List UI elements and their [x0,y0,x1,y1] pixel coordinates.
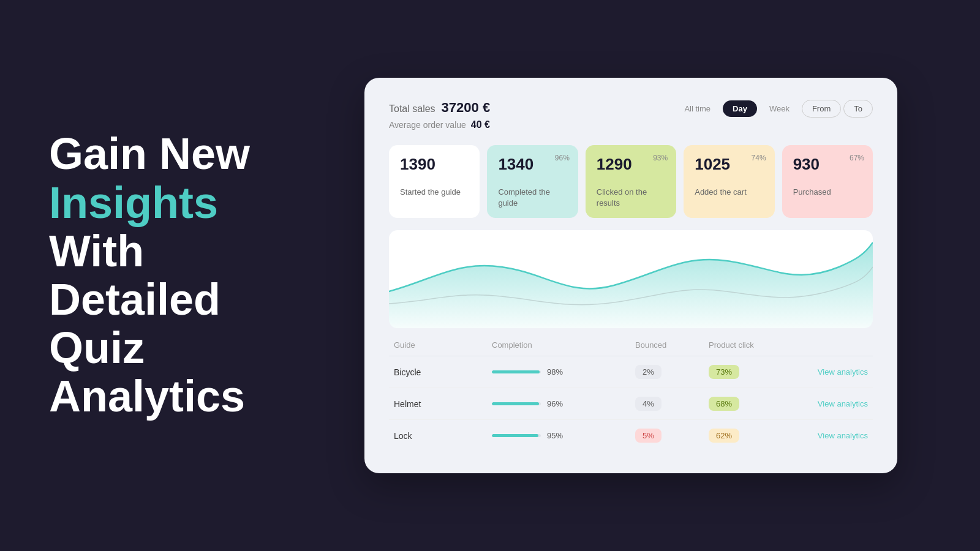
stat-card-started: 1390 Started the guide [389,145,480,218]
product-click-cell-bicycle: 73% [709,365,782,379]
dashboard-header: Total sales 37200 € Average order value … [389,100,873,130]
table-header: Guide Completion Bounced Product click [389,340,873,356]
stat-label-clicked: Clicked on the results [597,187,647,208]
filter-from[interactable]: From [802,100,841,118]
product-click-cell-lock: 62% [709,429,782,443]
left-panel: Gain New Insights With Detailed Quiz Ana… [0,93,294,457]
bounced-badge-bicycle: 2% [635,365,662,379]
stat-percent-clicked: 93% [653,154,668,162]
col-actions [782,340,868,350]
time-filters: All time Day Week From To [674,100,873,118]
stat-percent-purchased: 67% [850,154,864,162]
stat-card-added: 74% 1025 Added the cart [684,145,774,218]
progress-bar-bg-bicycle [492,370,541,373]
progress-bar-bg-lock [492,434,541,437]
stat-label-completed: Completed the guide [498,187,550,208]
total-sales-label: Total sales [389,103,435,114]
stat-label-added: Added the cart [695,187,747,197]
stat-percent-added: 74% [752,154,766,162]
stat-card-completed: 96% 1340 Completed the guide [487,145,578,218]
bounced-cell-bicycle: 2% [635,365,709,379]
filter-to[interactable]: To [843,100,873,118]
table-row: Bicycle 98% 2% 73% View analytics [389,356,873,388]
stat-label-started: Started the guide [400,187,461,197]
col-guide: Guide [394,340,492,350]
avg-order-value: 40 € [471,119,490,130]
col-bounced: Bounced [635,340,709,350]
hero-line5: Quiz [49,323,145,372]
hero-line2: Insights [49,178,218,227]
hero-line6: Analytics [49,372,245,421]
bounced-badge-lock: 5% [635,429,662,443]
col-completion: Completion [492,340,635,350]
completion-cell-helmet: 96% [492,399,635,408]
completion-pct-bicycle: 98% [547,367,563,377]
avg-order-row: Average order value 40 € [389,119,490,130]
hero-line4: Detailed [49,275,221,324]
stat-card-clicked: 93% 1290 Clicked on the results [586,145,676,218]
stats-row: 1390 Started the guide 96% 1340 Complete… [389,145,873,218]
completion-pct-helmet: 96% [547,399,563,408]
hero-line3: With [49,227,144,276]
product-badge-helmet: 68% [709,397,739,411]
guide-name-helmet: Helmet [394,399,492,409]
completion-cell-bicycle: 98% [492,367,635,377]
stat-number-started: 1390 [400,155,469,174]
product-badge-bicycle: 73% [709,365,739,379]
progress-bar-fill-lock [492,434,538,437]
product-click-cell-helmet: 68% [709,397,782,411]
stat-card-purchased: 67% 930 Purchased [782,145,873,218]
progress-bar-fill-bicycle [492,370,540,373]
progress-bar-fill-helmet [492,402,539,405]
view-analytics-helmet[interactable]: View analytics [782,399,868,408]
dashboard-card: Total sales 37200 € Average order value … [364,78,897,473]
chart-svg [389,230,873,328]
table-row: Lock 95% 5% 62% View analytics [389,420,873,451]
hero-title: Gain New Insights With Detailed Quiz Ana… [49,130,257,421]
guide-name-bicycle: Bicycle [394,367,492,377]
total-sales-value: 37200 € [442,100,491,116]
view-analytics-lock[interactable]: View analytics [782,431,868,440]
table-section: Guide Completion Bounced Product click B… [389,340,873,451]
hero-line1: Gain New [49,129,250,178]
bounced-cell-lock: 5% [635,429,709,443]
filter-week[interactable]: Week [760,100,799,117]
stat-label-purchased: Purchased [793,187,831,197]
completion-pct-lock: 95% [547,431,563,440]
product-badge-lock: 62% [709,429,739,443]
table-row: Helmet 96% 4% 68% View analytics [389,388,873,420]
chart-area [389,230,873,328]
filter-all-time[interactable]: All time [674,100,720,117]
total-sales-row: Total sales 37200 € [389,100,490,116]
sales-info: Total sales 37200 € Average order value … [389,100,490,130]
col-product-click: Product click [709,340,782,350]
guide-name-lock: Lock [394,431,492,441]
right-panel: Total sales 37200 € Average order value … [294,66,980,485]
bounced-badge-helmet: 4% [635,397,662,411]
view-analytics-bicycle[interactable]: View analytics [782,367,868,377]
stat-percent-completed: 96% [555,154,570,162]
filter-day[interactable]: Day [723,100,757,117]
progress-bar-bg-helmet [492,402,541,405]
completion-cell-lock: 95% [492,431,635,440]
avg-order-label: Average order value [389,120,466,130]
bounced-cell-helmet: 4% [635,397,709,411]
